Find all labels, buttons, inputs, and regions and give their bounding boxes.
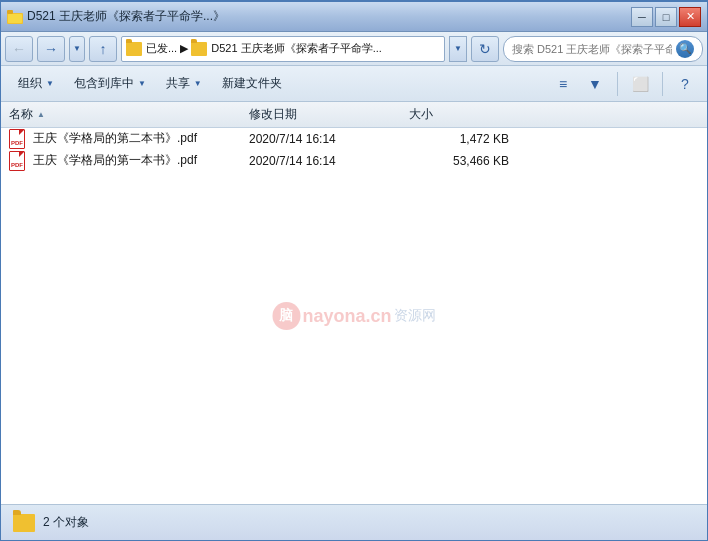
svg-rect-1 [7, 10, 13, 14]
watermark: 脑 nayona.cn 资源网 [272, 302, 435, 330]
file-date-cell: 2020/7/14 16:14 [249, 154, 409, 168]
pdf-label: PDF [11, 162, 23, 168]
column-date[interactable]: 修改日期 [249, 106, 409, 123]
table-row[interactable]: PDF 王庆《学格局的第一本书》.pdf 2020/7/14 16:14 53,… [1, 150, 707, 172]
file-list: PDF 王庆《学格局的第二本书》.pdf 2020/7/14 16:14 1,4… [1, 128, 707, 504]
minimize-button[interactable]: ─ [631, 7, 653, 27]
view-dropdown[interactable]: ▼ [581, 70, 609, 98]
file-name: 王庆《学格局的第二本书》.pdf [33, 130, 197, 147]
library-button[interactable]: 包含到库中 ▼ [65, 70, 155, 98]
new-folder-label: 新建文件夹 [222, 75, 282, 92]
search-input[interactable] [512, 43, 672, 55]
explorer-window: D521 王庆老师《探索者子平命学...》 ─ □ ✕ ← → ▼ ↑ 已发..… [0, 0, 708, 541]
file-name-cell: PDF 王庆《学格局的第一本书》.pdf [9, 151, 249, 171]
nav-dropdown[interactable]: ▼ [69, 36, 85, 62]
address-bar: ← → ▼ ↑ 已发... ▶ D521 王庆老师《探索者子平命学... ▼ ↻… [1, 32, 707, 66]
content-area: 名称 ▲ 修改日期 大小 PDF 王庆《学格局的第二本书》 [1, 102, 707, 504]
preview-pane-button[interactable]: ⬜ [626, 70, 654, 98]
status-count: 2 个对象 [43, 514, 89, 531]
title-bar: D521 王庆老师《探索者子平命学...》 ─ □ ✕ [1, 2, 707, 32]
watermark-domain: nayona.cn [302, 306, 391, 327]
refresh-button[interactable]: ↻ [471, 36, 499, 62]
restore-button[interactable]: □ [655, 7, 677, 27]
search-button[interactable]: 🔍 [676, 40, 694, 58]
search-container: 🔍 [503, 36, 703, 62]
address-path-container: 已发... ▶ D521 王庆老师《探索者子平命学... [121, 36, 445, 62]
toolbar-separator-2 [662, 72, 663, 96]
status-bar: 2 个对象 [1, 504, 707, 540]
view-toggle-button[interactable]: ≡ [549, 70, 577, 98]
address-path-full: D521 王庆老师《探索者子平命学... [211, 41, 382, 56]
address-path-short: 已发... [146, 41, 177, 56]
up-button[interactable]: ↑ [89, 36, 117, 62]
column-size[interactable]: 大小 [409, 106, 509, 123]
toolbar: 组织 ▼ 包含到库中 ▼ 共享 ▼ 新建文件夹 ≡ ▼ ⬜ ? [1, 66, 707, 102]
share-label: 共享 [166, 75, 190, 92]
pdf-icon: PDF [9, 151, 27, 171]
toolbar-right: ≡ ▼ ⬜ ? [549, 70, 699, 98]
status-folder-icon [13, 514, 35, 532]
title-bar-left: D521 王庆老师《探索者子平命学...》 [7, 8, 225, 25]
organize-arrow: ▼ [46, 79, 54, 88]
forward-button[interactable]: → [37, 36, 65, 62]
library-label: 包含到库中 [74, 75, 134, 92]
file-date-cell: 2020/7/14 16:14 [249, 132, 409, 146]
table-row[interactable]: PDF 王庆《学格局的第二本书》.pdf 2020/7/14 16:14 1,4… [1, 128, 707, 150]
toolbar-separator [617, 72, 618, 96]
address-path-separator: ▶ [177, 42, 191, 55]
svg-rect-2 [8, 14, 22, 23]
share-arrow: ▼ [194, 79, 202, 88]
back-button[interactable]: ← [5, 36, 33, 62]
watermark-suffix: 资源网 [394, 307, 436, 325]
path-folder-icon [126, 42, 142, 56]
new-folder-button[interactable]: 新建文件夹 [213, 70, 291, 98]
sort-arrow: ▲ [37, 110, 45, 119]
help-button[interactable]: ? [671, 70, 699, 98]
organize-button[interactable]: 组织 ▼ [9, 70, 63, 98]
title-controls: ─ □ ✕ [631, 7, 701, 27]
address-dropdown-arrow[interactable]: ▼ [449, 36, 467, 62]
path-folder-icon-2 [191, 42, 207, 56]
view-icon: ≡ [559, 76, 567, 92]
help-icon: ? [681, 76, 689, 92]
file-name-cell: PDF 王庆《学格局的第二本书》.pdf [9, 129, 249, 149]
library-arrow: ▼ [138, 79, 146, 88]
column-header: 名称 ▲ 修改日期 大小 [1, 102, 707, 128]
pdf-icon: PDF [9, 129, 27, 149]
column-name[interactable]: 名称 ▲ [9, 106, 249, 123]
window-title: D521 王庆老师《探索者子平命学...》 [27, 8, 225, 25]
title-folder-icon [7, 9, 23, 25]
close-button[interactable]: ✕ [679, 7, 701, 27]
share-button[interactable]: 共享 ▼ [157, 70, 211, 98]
pdf-label: PDF [11, 140, 23, 146]
organize-label: 组织 [18, 75, 42, 92]
file-size-cell: 1,472 KB [409, 132, 509, 146]
file-size-cell: 53,466 KB [409, 154, 509, 168]
watermark-logo: 脑 [272, 302, 300, 330]
file-name: 王庆《学格局的第一本书》.pdf [33, 152, 197, 169]
